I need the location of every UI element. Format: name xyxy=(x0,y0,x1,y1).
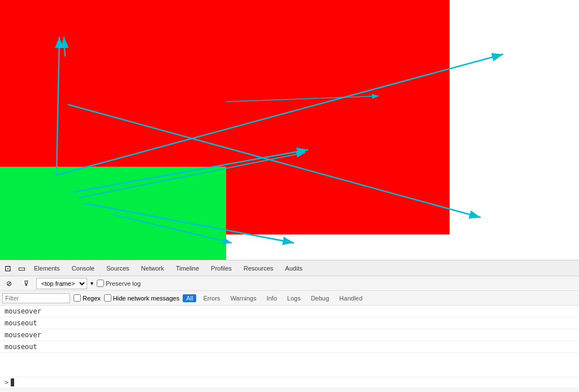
filter-input[interactable] xyxy=(2,293,70,303)
console-prompt-icon: > xyxy=(5,378,8,386)
device-icon: ▭ xyxy=(18,264,25,273)
tab-elements[interactable]: Elements xyxy=(28,260,66,276)
level-debug-button[interactable]: Debug xyxy=(308,294,332,302)
level-info-button[interactable]: Info xyxy=(263,294,280,302)
regex-checkbox[interactable] xyxy=(74,294,81,302)
main-canvas xyxy=(0,0,579,260)
console-line: mouseover xyxy=(0,306,579,317)
devtools-toolbar: ⊘ ⊽ <top frame> ▾ Preserve log xyxy=(0,276,579,291)
device-mode-button[interactable]: ▭ xyxy=(15,262,28,275)
clear-icon: ⊘ xyxy=(6,280,12,288)
preserve-log-checkbox[interactable] xyxy=(97,280,104,287)
filter-toggle-button[interactable]: ⊽ xyxy=(19,277,33,290)
console-output: mouseover mouseout mouseover mouseout xyxy=(0,306,579,377)
clear-console-button[interactable]: ⊘ xyxy=(2,277,16,290)
console-line: mouseover xyxy=(0,329,579,341)
level-all-button[interactable]: All xyxy=(183,294,196,302)
devtools-panel: ⊡ ▭ Elements Console Sources Network Tim… xyxy=(0,260,579,392)
tab-network[interactable]: Network xyxy=(136,260,170,276)
regex-label: Regex xyxy=(74,294,101,302)
inspect-icon: ⊡ xyxy=(5,264,11,273)
console-cursor xyxy=(11,378,14,386)
devtools-filter-row: Regex Hide network messages All Errors W… xyxy=(0,291,579,306)
tab-console[interactable]: Console xyxy=(66,260,101,276)
console-line: mouseout xyxy=(0,341,579,353)
tab-audits[interactable]: Audits xyxy=(279,260,309,276)
hide-network-label: Hide network messages xyxy=(104,294,179,302)
tab-resources[interactable]: Resources xyxy=(238,260,280,276)
hide-network-checkbox[interactable] xyxy=(104,294,111,302)
tab-sources[interactable]: Sources xyxy=(101,260,135,276)
level-warnings-button[interactable]: Warnings xyxy=(227,294,260,302)
level-handled-button[interactable]: Handled xyxy=(336,294,366,302)
tab-profiles[interactable]: Profiles xyxy=(205,260,238,276)
level-errors-button[interactable]: Errors xyxy=(200,294,223,302)
console-input-row: > xyxy=(0,377,579,387)
console-line: mouseout xyxy=(0,317,579,329)
frame-selector[interactable]: <top frame> xyxy=(36,278,87,289)
green-rectangle xyxy=(0,167,226,260)
level-logs-button[interactable]: Logs xyxy=(284,294,304,302)
filter-icon: ⊽ xyxy=(24,280,29,288)
inspect-icon-button[interactable]: ⊡ xyxy=(1,262,15,275)
tab-timeline[interactable]: Timeline xyxy=(170,260,205,276)
preserve-log-label: Preserve log xyxy=(97,280,141,287)
devtools-tabs-bar: ⊡ ▭ Elements Console Sources Network Tim… xyxy=(0,260,579,276)
frame-dropdown-arrow[interactable]: ▾ xyxy=(90,280,93,286)
